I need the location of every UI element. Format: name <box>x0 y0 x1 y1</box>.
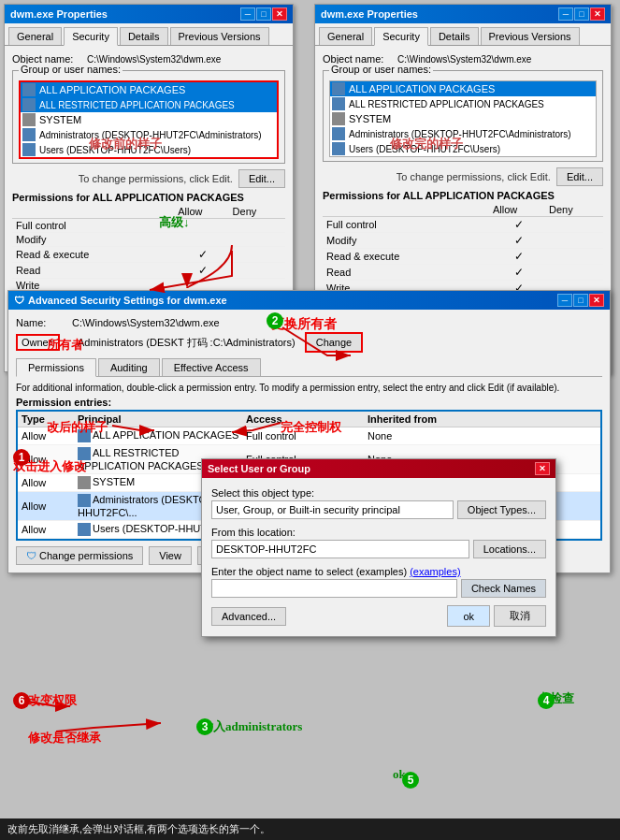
minimize-btn-2[interactable]: ─ <box>558 7 573 21</box>
object-value-2: C:\Windows\System32\dwm.exe <box>397 54 531 65</box>
user-icon-2-1 <box>332 97 345 110</box>
maximize-btn-1[interactable]: □ <box>256 7 271 21</box>
tab-details-2[interactable]: Details <box>430 27 479 45</box>
object-types-btn[interactable]: Object Types... <box>457 500 546 519</box>
perm-row-2-0: Full control ✓ <box>323 217 603 233</box>
user-item-1-0[interactable]: ALL APPLICATION PACKAGES <box>21 82 277 97</box>
perm-row-1-2: Read & execute ✓ <box>12 247 285 263</box>
close-btn-2[interactable]: ✕ <box>590 7 605 21</box>
select-ok-btn[interactable]: ok <box>447 605 490 627</box>
perm-row-1-3: Read ✓ <box>12 263 285 279</box>
num-circle-5: 5 <box>402 772 419 789</box>
group-box-1: Group or user names: ALL APPLICATION PAC… <box>12 70 285 164</box>
user-item-2-4[interactable]: Users (DESKTOP-HHUT2FC\Users) <box>330 141 596 156</box>
title-bar-2: dwm.exe Properties ─ □ ✕ <box>315 5 611 23</box>
examples-link[interactable]: (examples) <box>410 566 460 577</box>
perms-title-2: Permissions for ALL APPLICATION PACKAGES <box>323 190 603 201</box>
user-item-2-0[interactable]: ALL APPLICATION PACKAGES <box>330 81 596 96</box>
perm-row-2-3: Read ✓ <box>323 265 603 281</box>
edit-btn-2[interactable]: Edit... <box>556 167 603 186</box>
select-bottom: Advanced... ok 取消 <box>211 605 546 627</box>
object-type-row: Object Types... <box>211 500 546 519</box>
change-owner-btn[interactable]: Change <box>305 332 364 353</box>
change-perm-btn[interactable]: 🛡 Change permissions <box>16 546 143 565</box>
num-circle-6: 6 <box>13 692 30 709</box>
user-icon-2-0 <box>332 82 345 95</box>
check-names-btn[interactable]: Check Names <box>461 579 546 598</box>
user-item-2-3[interactable]: Administrators (DESKTOP-HHUT2FC\Administ… <box>330 126 596 141</box>
user-icon-2-4 <box>332 142 345 155</box>
user-icon-1-3 <box>22 128 36 141</box>
ann-input-admin: 输入administrators <box>201 718 302 735</box>
tab-prev-1[interactable]: Previous Versions <box>170 27 269 45</box>
adv-tab-effective[interactable]: Effective Access <box>162 358 261 376</box>
user-item-1-4[interactable]: Users (DESKTOP-HHUT2FC\Users) <box>21 142 277 157</box>
adv-owner-row: Owner: Administrators (DESKT 打码 :C:\Admi… <box>16 332 602 353</box>
num-circle-4: 4 <box>538 692 555 709</box>
user-item-1-2[interactable]: SYSTEM <box>21 112 277 127</box>
object-value-1: C:\Windows\System32\dwm.exe <box>87 54 221 65</box>
title-1: dwm.exe Properties <box>10 8 108 20</box>
tab-security-2[interactable]: Security <box>374 27 428 46</box>
owner-box: Owner: <box>16 334 60 351</box>
group-label-2: Group or user names: <box>329 64 433 75</box>
adv-tab-permissions[interactable]: Permissions <box>16 358 96 377</box>
object-type-input[interactable] <box>211 500 454 519</box>
adv-min-btn[interactable]: ─ <box>557 294 572 307</box>
object-name-input[interactable] <box>211 579 457 598</box>
user-list-1: ALL APPLICATION PACKAGES ALL RESTRICTED … <box>19 80 279 159</box>
adv-title-bar: 🛡 Advanced Security Settings for dwm.exe… <box>8 291 610 310</box>
user-icon-2-3 <box>332 127 345 140</box>
tab-general-2[interactable]: General <box>319 27 372 45</box>
adv-tab-auditing[interactable]: Auditing <box>98 358 160 376</box>
tab-general-1[interactable]: General <box>8 27 62 45</box>
action-row-2: To change permissions, click Edit. Edit.… <box>323 167 603 186</box>
enter-label: Enter the object name to select (example… <box>211 566 546 577</box>
change-hint-1: To change permissions, click Edit. <box>79 173 233 184</box>
adv-name-label: Name: <box>16 317 72 328</box>
maximize-btn-2[interactable]: □ <box>574 7 589 21</box>
perms-title-1: Permissions for ALL APPLICATION PACKAGES <box>12 192 285 203</box>
user-item-1-3[interactable]: Administrators (DESKTOP-HHUT2FC\Administ… <box>21 127 277 142</box>
user-icon-1-1 <box>22 98 36 111</box>
adv-name-row: Name: C:\Windows\System32\dwm.exe <box>16 317 602 328</box>
select-dialog-title: Select User or Group ✕ <box>202 459 555 478</box>
edit-btn-1[interactable]: Edit... <box>238 169 285 188</box>
user-icon-1-4 <box>22 143 36 156</box>
view-btn[interactable]: View <box>149 546 192 565</box>
perm-list-header: Type Principal Access Inherited from <box>18 412 600 427</box>
close-btn-1[interactable]: ✕ <box>272 7 287 21</box>
change-hint-2: To change permissions, click Edit. <box>397 171 551 182</box>
location-label: From this location: <box>211 527 546 538</box>
tab-details-1[interactable]: Details <box>120 27 168 45</box>
tab-security-1[interactable]: Security <box>64 27 118 46</box>
user-item-2-2[interactable]: SYSTEM <box>330 111 596 126</box>
object-type-label: Select this object type: <box>211 487 546 499</box>
tab-prev-2[interactable]: Previous Versions <box>481 27 580 45</box>
ann-ok: ok <box>393 767 406 782</box>
adv-title-text: Advanced Security Settings for dwm.exe <box>28 295 557 306</box>
perm-entry-0[interactable]: Allow ALL APPLICATION PACKAGES Full cont… <box>18 427 600 445</box>
adv-title-icon: 🛡 <box>14 295 24 306</box>
adv-close-btn[interactable]: ✕ <box>589 294 604 307</box>
perm-row-2-2: Read & execute ✓ <box>323 249 603 265</box>
user-item-2-1[interactable]: ALL RESTRICTED APPLICATION PACKAGES <box>330 96 596 111</box>
user-item-1-1[interactable]: ALL RESTRICTED APPLICATION PACKAGES <box>21 97 277 112</box>
title-2: dwm.exe Properties <box>321 8 418 20</box>
select-cancel-btn[interactable]: 取消 <box>494 605 546 627</box>
adv-owner-value: Administrators (DESKT 打码 :C:\Administrat… <box>78 336 296 350</box>
adv-name-value: C:\Windows\System32\dwm.exe <box>72 317 220 328</box>
adv-owner-label-box: Owner: <box>16 337 72 348</box>
enter-name-row: Check Names <box>211 579 546 598</box>
location-input[interactable] <box>211 540 469 558</box>
user-list-2: ALL APPLICATION PACKAGES ALL RESTRICTED … <box>329 80 597 157</box>
user-icon-1-2 <box>22 113 36 126</box>
tabs-bar-2: General Security Details Previous Versio… <box>315 23 611 46</box>
locations-btn[interactable]: Locations... <box>473 540 546 558</box>
location-row: Locations... <box>211 540 546 558</box>
title-bar-buttons-2: ─ □ ✕ <box>558 7 605 21</box>
select-close-btn[interactable]: ✕ <box>535 462 550 475</box>
adv-max-btn[interactable]: □ <box>573 294 588 307</box>
advanced-link-btn[interactable]: Advanced... <box>211 607 286 626</box>
minimize-btn-1[interactable]: ─ <box>240 7 255 21</box>
